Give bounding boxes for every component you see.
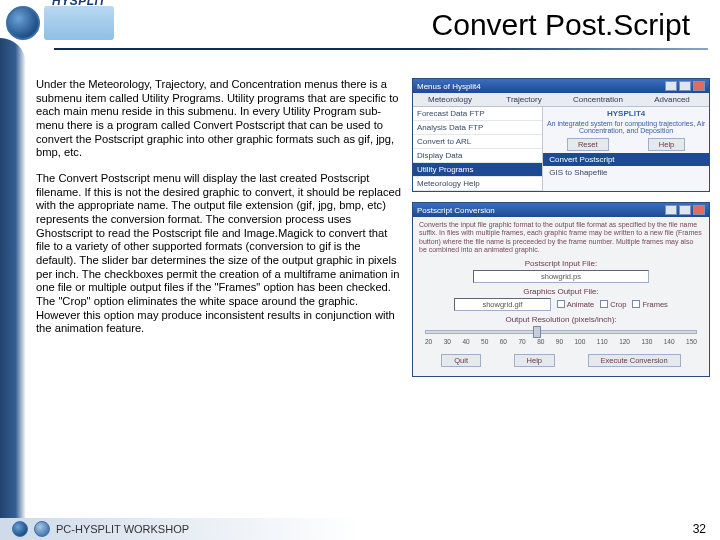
execute-button[interactable]: Execute Conversion [588,354,681,367]
output-file-field[interactable]: showgrid.gif [454,298,551,311]
help-button[interactable]: Help [648,138,685,151]
menu-item[interactable]: Meteorology Help [413,177,542,191]
footer: PC-HYSPLIT WORKSHOP [0,518,720,540]
menu-meteorology[interactable]: Meteorology [413,93,487,106]
slider-track [425,330,697,334]
menu-concentration[interactable]: Concentration [561,93,635,106]
hysplit-label: HYSPLIT [52,0,106,8]
noaa-logo-icon [6,6,40,40]
frames-checkbox[interactable]: Frames [632,300,667,309]
hysplit-graphic: HYSPLIT [44,6,114,40]
close-icon[interactable] [693,81,705,91]
submenu-convert-postscript[interactable]: Convert Postscript [543,153,709,166]
logo-block: HYSPLIT [6,6,114,40]
minimize-icon[interactable] [665,205,677,215]
page-title: Convert Post.Script [114,4,710,42]
resolution-label: Output Resolution (pixels/inch): [419,315,703,324]
paragraph-1: Under the Meteorology, Trajectory, and C… [36,78,404,160]
menu-right: HYSPLIT4 An integrated system for comput… [543,107,709,191]
input-file-field[interactable]: showgrid.ps [473,270,649,283]
quit-button[interactable]: Quit [441,354,481,367]
input-file-label: Postscript Input File: [419,259,703,268]
hysplit4-label: HYSPLIT4 [543,107,709,120]
paragraph-2: The Convert Postscript menu will display… [36,172,404,336]
menu-item[interactable]: Forecast Data FTP [413,107,542,121]
menu-trajectory[interactable]: Trajectory [487,93,561,106]
close-icon[interactable] [693,205,705,215]
footer-text: PC-HYSPLIT WORKSHOP [56,523,189,535]
help-button[interactable]: Help [514,354,555,367]
output-file-label: Graphics Output File: [419,287,703,296]
dialog-titlebar: Postscript Conversion [413,203,709,217]
title-rule [54,48,708,50]
noaa-footer-icon [12,521,28,537]
window-titlebar: Menus of Hysplit4 [413,79,709,93]
slider-thumb[interactable] [533,326,541,338]
frames-label: Frames [642,300,667,309]
menu-advanced[interactable]: Advanced [635,93,709,106]
side-swoosh [0,38,26,518]
window-title: Menus of Hysplit4 [417,82,663,91]
postscript-conversion-dialog: Postscript Conversion Converts the input… [412,202,710,377]
resolution-slider[interactable]: 2030405060708090100110120130140150 [421,326,701,348]
menu-item[interactable]: Analysis Data FTP [413,121,542,135]
submenu-gis-shapefile[interactable]: GIS to Shapefile [543,166,709,179]
menubar: Meteorology Trajectory Concentration Adv… [413,93,709,107]
slider-ticks: 2030405060708090100110120130140150 [425,338,697,345]
menu-left: Forecast Data FTP Analysis Data FTP Conv… [413,107,543,191]
tagline: An integrated system for computing traje… [543,120,709,136]
page-number: 32 [693,522,706,536]
animate-label: Animate [567,300,595,309]
animate-checkbox[interactable]: Animate [557,300,595,309]
hysplit-menu-window: Menus of Hysplit4 Meteorology Trajectory… [412,78,710,192]
menu-item-utility-programs[interactable]: Utility Programs [413,163,542,177]
maximize-icon[interactable] [679,81,691,91]
menu-item[interactable]: Convert to ARL [413,135,542,149]
minimize-icon[interactable] [665,81,677,91]
arl-footer-icon [34,521,50,537]
menu-item[interactable]: Display Data [413,149,542,163]
crop-label: Crop [610,300,626,309]
reset-button[interactable]: Reset [567,138,609,151]
crop-checkbox[interactable]: Crop [600,300,626,309]
body-text-column: Under the Meteorology, Trajectory, and C… [36,78,404,516]
maximize-icon[interactable] [679,205,691,215]
dialog-description: Converts the input file graphic format t… [419,221,703,255]
dialog-title: Postscript Conversion [417,206,663,215]
